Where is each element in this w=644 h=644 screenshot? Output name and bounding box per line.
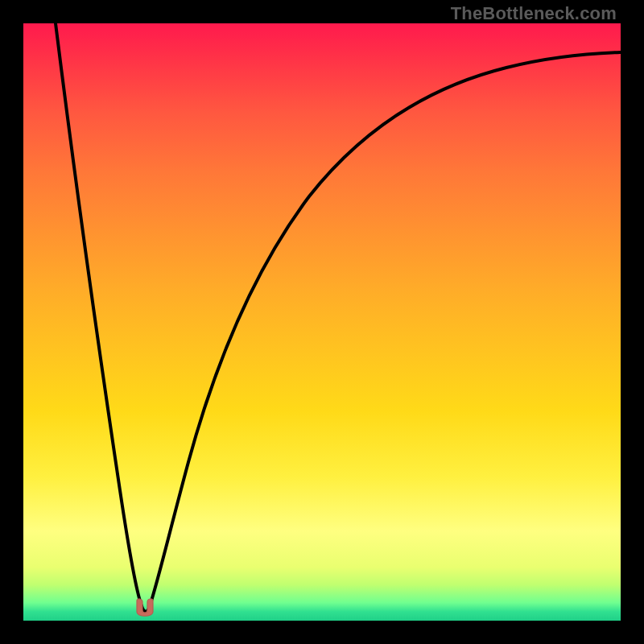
curve-left-branch xyxy=(56,23,142,606)
plot-frame xyxy=(23,23,621,621)
watermark-text: TheBottleneck.com xyxy=(451,3,617,24)
curve-right-branch xyxy=(150,52,621,606)
bottleneck-curve xyxy=(23,23,621,621)
